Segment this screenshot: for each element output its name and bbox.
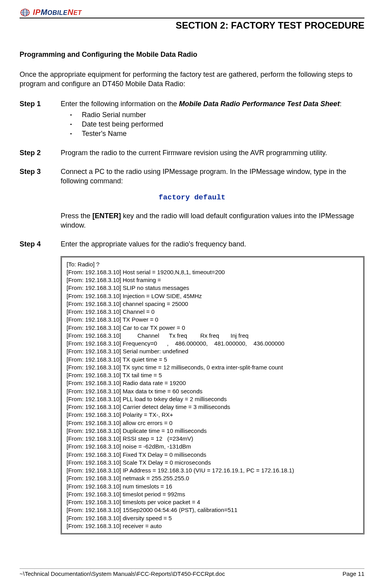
- subheading: Programming and Configuring the Mobile D…: [20, 51, 364, 59]
- list-item: Tester's Name: [61, 129, 364, 138]
- step-3: Step 3 Connect a PC to the radio using I…: [20, 167, 364, 186]
- footer-page: Page 11: [343, 570, 364, 577]
- globe-icon: [20, 8, 31, 17]
- intro-paragraph: Once the appropriate equipment for perfo…: [20, 70, 364, 89]
- step-text: Program the radio to the current Firmwar…: [61, 148, 364, 157]
- command-text: factory default: [20, 193, 364, 202]
- list-item: Radio Serial number: [61, 110, 364, 119]
- page-footer: ~\Technical Documentation\System Manuals…: [20, 568, 364, 577]
- step-label: Step 4: [20, 239, 61, 249]
- step-text: Enter the appropriate values for the rad…: [61, 239, 364, 249]
- terminal-output: [To: Radio] ? [From: 192.168.3.10] Host …: [61, 256, 364, 535]
- enter-key: [ENTER]: [92, 212, 121, 220]
- step-text: Press the [ENTER] key and the radio will…: [61, 211, 364, 230]
- step-1: Step 1 Enter the following information o…: [20, 99, 364, 139]
- document-page: IPMOBILENET SECTION 2: FACTORY TEST PROC…: [0, 0, 384, 588]
- brand-logo: IPMOBILENET: [20, 8, 82, 17]
- step-label: Step 3: [20, 167, 61, 176]
- step-4-terminal-row: [To: Radio] ? [From: 192.168.3.10] Host …: [20, 255, 364, 535]
- step-label: Step 1: [20, 99, 61, 109]
- page-header: IPMOBILENET: [20, 8, 364, 18]
- step1-bullets: Radio Serial number Date test being perf…: [61, 110, 364, 139]
- section-title: SECTION 2: FACTORY TEST PROCEDURE: [20, 20, 364, 31]
- list-item: Date test being performed: [61, 119, 364, 129]
- step-4: Step 4 Enter the appropriate values for …: [20, 239, 364, 249]
- footer-path: ~\Technical Documentation\System Manuals…: [20, 570, 225, 577]
- step-label: Step 2: [20, 148, 61, 157]
- step-text: Connect a PC to the radio using IPMessag…: [61, 167, 364, 186]
- step-text: Enter the following information on the M…: [61, 99, 364, 109]
- datasheet-name: Mobile Data Radio Performance Test Data …: [179, 100, 339, 108]
- logo-text: IPMOBILENET: [33, 8, 82, 17]
- step-3-continued: Press the [ENTER] key and the radio will…: [20, 211, 364, 230]
- step-2: Step 2 Program the radio to the current …: [20, 148, 364, 157]
